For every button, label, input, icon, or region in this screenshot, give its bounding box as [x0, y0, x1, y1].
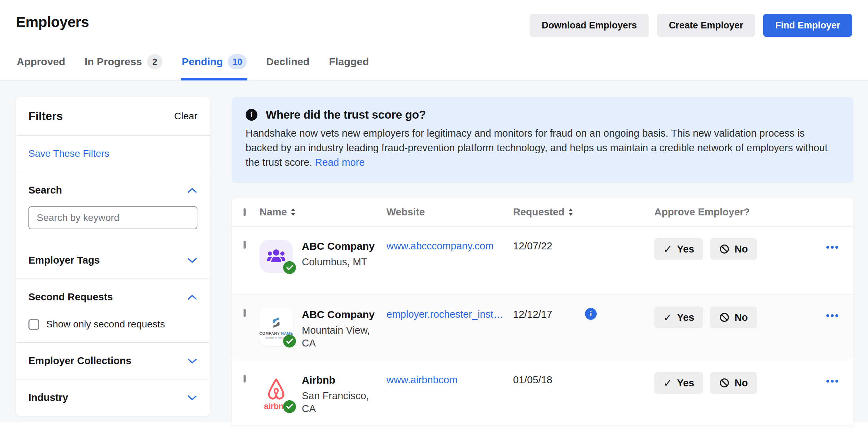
approve-no-button[interactable]: No [710, 238, 757, 260]
people-group-icon [267, 249, 285, 264]
employer-name[interactable]: ABC Company [302, 308, 381, 321]
tab-in-progress[interactable]: In Progress 2 [84, 46, 163, 80]
tab-label: In Progress [85, 56, 142, 68]
verified-badge-icon [283, 335, 296, 348]
employer-tags-toggle[interactable]: Employer Tags [28, 255, 197, 266]
page-header: Employers Download Employers Create Empl… [0, 0, 868, 37]
filters-header-section: Filters Clear [16, 97, 210, 136]
check-icon: ✓ [663, 377, 672, 389]
row-overflow-menu-button[interactable] [825, 378, 840, 384]
status-tabbar: Approved In Progress 2 Pending 10 Declin… [0, 46, 868, 80]
yes-label: Yes [677, 312, 694, 323]
employer-name[interactable]: ABC Company [302, 240, 381, 253]
banner-title: Where did the trust score go? [266, 108, 426, 121]
banner-body: Handshake now vets new employers for leg… [246, 126, 840, 170]
row-overflow-menu-button[interactable] [825, 313, 840, 318]
approve-no-button[interactable]: No [710, 307, 757, 328]
second-requests-toggle[interactable]: Second Requests [28, 291, 197, 303]
tab-label: Pending [182, 56, 223, 68]
row-checkbox[interactable] [244, 241, 246, 249]
check-icon: ✓ [663, 311, 672, 324]
search-input[interactable] [28, 206, 197, 229]
tab-flagged[interactable]: Flagged [328, 46, 369, 80]
requested-date: 12/07/22 [513, 240, 556, 252]
approve-yes-button[interactable]: ✓ Yes [654, 238, 703, 260]
column-header-name[interactable]: Name [259, 206, 386, 218]
sort-icon [290, 207, 296, 217]
info-icon[interactable]: i [585, 308, 597, 320]
read-more-link[interactable]: Read more [315, 157, 365, 168]
trust-score-banner: i Where did the trust score go? Handshak… [232, 97, 853, 183]
save-filters-section: Save These Filters [16, 136, 210, 172]
chevron-down-icon [187, 394, 197, 401]
company-logo-icon [269, 315, 283, 330]
employer-location: Columbus, MT [302, 256, 381, 268]
approve-yes-button[interactable]: ✓ Yes [654, 372, 703, 394]
show-only-second-requests-checkbox-row[interactable]: Show only second requests [28, 319, 197, 330]
second-requests-checkbox[interactable] [28, 319, 39, 330]
table-row: COMPANY NAME slogan or tag line ABC Comp… [232, 294, 853, 360]
table-row-partial [232, 426, 853, 428]
verified-badge-icon [283, 261, 296, 274]
employer-collections-toggle[interactable]: Employer Collections [28, 355, 197, 367]
tab-declined[interactable]: Declined [265, 46, 310, 80]
industry-toggle[interactable]: Industry [28, 392, 197, 403]
filters-sidebar: Filters Clear Save These Filters Search [16, 97, 210, 416]
approve-no-button[interactable]: No [710, 372, 757, 394]
table-row: ABC Company Columbus, MT www.abcccompany… [232, 226, 853, 294]
employer-location: San Francisco, CA [302, 390, 381, 415]
verified-badge-icon [283, 400, 296, 413]
employer-tags-label: Employer Tags [28, 255, 100, 266]
tab-label: Flagged [329, 56, 369, 68]
column-header-requested[interactable]: Requested [513, 206, 654, 218]
tab-label: Approved [17, 56, 65, 68]
column-header-approve: Approve Employer? [654, 206, 798, 218]
tab-count-badge: 2 [147, 54, 162, 69]
no-label: No [734, 377, 748, 389]
column-label: Name [259, 206, 287, 218]
info-icon: i [246, 109, 257, 121]
second-requests-section: Second Requests Show only second request… [16, 279, 210, 343]
employer-avatar [259, 240, 293, 273]
row-checkbox[interactable] [244, 375, 246, 383]
no-label: No [734, 243, 748, 255]
employers-admin-page: Employers Download Employers Create Empl… [0, 0, 868, 428]
chevron-up-icon [187, 294, 197, 301]
column-label: Requested [513, 206, 564, 218]
second-requests-checkbox-label: Show only second requests [46, 319, 165, 330]
requested-date: 12/12/17 [513, 309, 556, 320]
main-column: i Where did the trust score go? Handshak… [232, 97, 853, 428]
employer-name[interactable]: Airbnb [302, 374, 381, 387]
table-header-row: Name Website Requested [232, 198, 853, 226]
employer-location: Mountain View, CA [302, 324, 381, 350]
tab-count-badge: 10 [228, 54, 247, 69]
employer-tags-section: Employer Tags [16, 242, 210, 279]
employer-website-link[interactable]: www.abcccompany.com [386, 240, 494, 252]
create-employer-button[interactable]: Create Employer [657, 14, 755, 37]
column-header-website: Website [386, 206, 513, 218]
save-these-filters-link[interactable]: Save These Filters [28, 148, 109, 159]
employer-website-link[interactable]: employer.rochester_insti… [386, 309, 504, 320]
row-checkbox[interactable] [244, 309, 246, 317]
select-all-checkbox[interactable] [244, 208, 246, 216]
clear-filters-button[interactable]: Clear [174, 111, 197, 122]
download-employers-button[interactable]: Download Employers [530, 14, 649, 37]
employer-collections-label: Employer Collections [28, 355, 131, 367]
row-overflow-menu-button[interactable] [825, 245, 840, 250]
content-area: Filters Clear Save These Filters Search [0, 80, 868, 422]
filters-title: Filters [28, 110, 63, 123]
yes-label: Yes [677, 243, 694, 255]
airbnb-logo-icon [263, 376, 289, 402]
employer-collections-section: Employer Collections [16, 343, 210, 379]
no-label: No [734, 312, 748, 323]
approve-yes-button[interactable]: ✓ Yes [654, 307, 703, 328]
column-label: Website [386, 206, 425, 218]
employer-website-link[interactable]: www.airbnbcom [386, 374, 458, 386]
chevron-up-icon [187, 187, 197, 194]
find-employer-button[interactable]: Find Employer [763, 14, 852, 37]
table-row: airbnb Airbnb San Francisco, CA www.airb… [232, 360, 853, 426]
search-section-toggle[interactable]: Search [28, 185, 197, 196]
tab-approved[interactable]: Approved [16, 46, 66, 80]
employer-avatar: airbnb [259, 374, 293, 415]
tab-pending[interactable]: Pending 10 [181, 46, 247, 80]
